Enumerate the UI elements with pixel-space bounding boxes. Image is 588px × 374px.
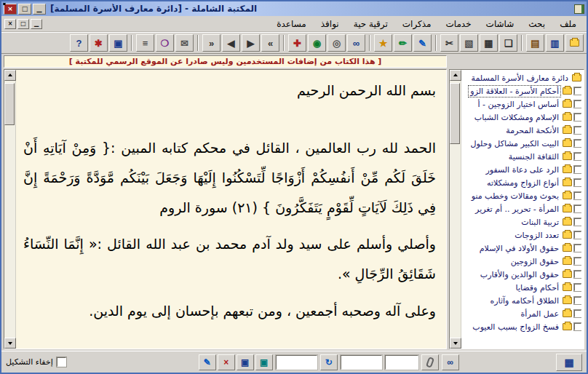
menu-live-upgrade[interactable]: ترقية حية [346, 17, 395, 31]
volume-number-stepper[interactable] [341, 355, 382, 370]
reader-scroll-track[interactable] [4, 81, 15, 338]
tree-item[interactable]: أساس اختيار الزوجين - أ [464, 98, 581, 111]
export-page-button[interactable]: ▣ [255, 354, 273, 370]
nav-last-button[interactable]: « [202, 34, 220, 52]
tree-item[interactable]: الأنكحة المحرمة [464, 124, 581, 137]
tree-item-checkbox[interactable] [574, 244, 581, 252]
cut-button[interactable]: ✂ [440, 34, 458, 52]
tree-item[interactable]: حقوق الأولاد في الإسلام [464, 242, 581, 255]
hide-tashkeel-group[interactable]: إخفاء التشكيل [6, 357, 66, 367]
tree-item-checkbox[interactable] [574, 310, 581, 317]
binoculars-button[interactable]: ∞ [347, 34, 365, 52]
nav-next-button[interactable]: ◀ [222, 34, 240, 52]
attachment-button[interactable] [421, 354, 439, 370]
go-to-page-button[interactable]: ↻ [320, 354, 338, 370]
cancel-edit-button[interactable]: × [218, 354, 235, 370]
volume-number-input[interactable] [349, 356, 381, 369]
mdi-restore-button[interactable]: □ [17, 19, 29, 29]
copy-button[interactable]: ▧ [460, 34, 478, 52]
tree-item-checkbox[interactable] [574, 153, 581, 160]
tree-item[interactable]: الإسلام ومشكلات الشباب [464, 111, 581, 124]
settings-button[interactable]: ✱ [90, 34, 108, 52]
tree-item[interactable]: أحكام وقضايا [464, 281, 581, 294]
tree-root[interactable]: دائرة معارف الأسرة المسلمة [464, 71, 581, 84]
edit-page-button[interactable]: ✎ [199, 354, 216, 370]
tree-item[interactable]: المرأة - تحرير .. أم تغرير [464, 202, 581, 215]
nav-first-button[interactable]: » [261, 34, 279, 52]
tree-item-checkbox[interactable] [574, 218, 581, 226]
volume-spin-buttons[interactable] [341, 356, 349, 369]
pencil-button[interactable]: ✎ [413, 34, 432, 52]
save-page-button[interactable]: ▣ [237, 354, 254, 370]
tree-item-checkbox[interactable] [574, 166, 581, 173]
nav-prev-button[interactable]: ▶ [242, 34, 260, 52]
tree-item[interactable]: الطلاق أحكامه وآثاره [464, 294, 581, 307]
print-button[interactable]: ▦ [480, 34, 498, 52]
marker-button[interactable]: ✏ [394, 34, 412, 52]
tree-item[interactable]: الثقافة الجنسية [464, 150, 581, 163]
new-doc-button[interactable]: ❏ [499, 34, 517, 52]
reader-scroll-down-button[interactable] [4, 338, 16, 349]
minimize-button[interactable]: ▁ [33, 4, 46, 15]
tree-item[interactable]: تعدد الزوجات [464, 228, 581, 242]
tree-item-checkbox[interactable] [574, 258, 581, 265]
envelope-button[interactable]: ✉ [175, 34, 194, 52]
tree-item[interactable]: أحكام الأسرة - العلاقة الزو [464, 84, 581, 98]
tree-item-checkbox[interactable] [574, 114, 581, 121]
book-button[interactable]: ▤ [526, 34, 544, 52]
tree-item-checkbox[interactable] [574, 140, 581, 147]
tree-item[interactable]: أنواع الزواج ومشكلاته [464, 176, 581, 189]
tree-item-checkbox[interactable] [574, 271, 581, 278]
reader-scroll-up-button[interactable] [4, 70, 16, 81]
tree-scroll-up-button[interactable] [450, 70, 461, 81]
tree-item-checkbox[interactable] [574, 87, 581, 95]
tree-scroll-down-button[interactable] [450, 338, 461, 349]
tree-item-checkbox[interactable] [574, 231, 581, 239]
tree-item[interactable]: عمل المرأة [464, 307, 581, 320]
menu-search[interactable]: بحث [521, 17, 552, 31]
tree-item-checkbox[interactable] [574, 100, 581, 108]
help-button[interactable]: ? [70, 34, 88, 52]
tree-item[interactable]: البيت الكبير مشاكل وحلول [464, 137, 581, 150]
page-number-input[interactable] [285, 356, 317, 369]
tree-item[interactable]: فسخ الزواج بسبب العيوب [464, 320, 581, 333]
library-button[interactable]: ▥ [546, 34, 564, 52]
index-toggle-button[interactable]: ▦ [556, 354, 582, 371]
tree-item-checkbox[interactable] [574, 192, 581, 199]
mdi-close-button[interactable]: × [4, 19, 16, 29]
tree-item-checkbox[interactable] [574, 297, 581, 304]
quick-search-input[interactable] [386, 356, 418, 369]
menu-services[interactable]: خدمات [438, 17, 478, 31]
tree-item-checkbox[interactable] [574, 323, 581, 330]
tree-scroll-thumb[interactable] [450, 83, 460, 144]
tree-item[interactable]: بحوث ومقالات وخطب منو [464, 189, 581, 202]
tree-item-checkbox[interactable] [574, 205, 581, 212]
mdi-minimize-button[interactable]: ▁ [31, 19, 42, 29]
tree-item-checkbox[interactable] [574, 179, 581, 186]
globe-button[interactable]: ◉ [308, 34, 326, 52]
save-button[interactable]: ▣ [109, 34, 127, 52]
menu-file[interactable]: ملف [552, 17, 584, 31]
tree-item[interactable]: تربية البنات [464, 215, 581, 228]
reader-scrollbar[interactable] [4, 70, 16, 349]
book-index-tree[interactable]: دائرة معارف الأسرة المسلمة أحكام الأسرة … [461, 70, 584, 349]
reader-scroll-thumb[interactable] [4, 83, 15, 125]
menu-help[interactable]: مساعدة [269, 17, 314, 31]
page-number-stepper[interactable] [276, 355, 317, 370]
menu-memos[interactable]: مذكرات [395, 17, 439, 31]
tree-scroll-track[interactable] [450, 81, 461, 338]
quick-search-field[interactable] [385, 355, 418, 370]
list-button[interactable]: ≡ [136, 34, 154, 52]
tree-item[interactable]: الرد على دعاة السفور [464, 163, 581, 176]
menu-windows[interactable]: نوافذ [314, 17, 346, 31]
maximize-button[interactable]: □ [18, 4, 31, 15]
bookmark-button[interactable]: ★ [374, 34, 392, 52]
hide-tashkeel-checkbox[interactable] [57, 357, 66, 367]
search-scope-button[interactable]: ◎ [327, 34, 346, 52]
notes-button[interactable]: ❍ [156, 34, 174, 52]
page-spin-buttons[interactable] [277, 356, 285, 369]
menu-screens[interactable]: شاشات [479, 17, 522, 31]
tree-item-checkbox[interactable] [574, 284, 581, 291]
search-button[interactable]: ∞ [442, 354, 459, 370]
open-folder-button[interactable] [565, 34, 584, 52]
